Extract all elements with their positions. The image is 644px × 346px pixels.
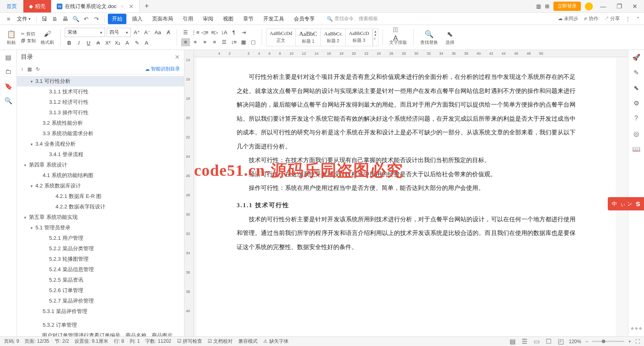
tab-reference[interactable]: 引用 — [179, 14, 197, 24]
tree-item[interactable]: 3.4.1 登录流程 — [17, 149, 184, 160]
tree-item[interactable]: 5.3.2 订单管理 — [17, 320, 184, 330]
file-menu[interactable]: 文件▾ — [14, 15, 33, 23]
tree-caret-icon[interactable]: ▾ — [29, 184, 34, 188]
outline-expand-icon[interactable]: ↕ — [21, 66, 23, 72]
help-icon[interactable]: ? — [632, 114, 640, 122]
command-search[interactable]: 🔍查找命令、搜索模板 — [327, 15, 378, 22]
borders-icon[interactable]: ▢ — [249, 38, 258, 46]
status-proof[interactable]: ☑ 文档校对 — [208, 338, 233, 345]
tree-item[interactable]: 5.3.1 菜品评价管理 — [17, 306, 184, 317]
copy-button[interactable]: 🗐 复制 — [21, 38, 36, 44]
undo-icon[interactable]: ↶ — [82, 14, 91, 23]
layout-icon[interactable]: ▥ — [536, 3, 541, 9]
status-missing-font[interactable]: ⚠ 缺失字体 — [263, 338, 288, 345]
print-icon[interactable]: 🖶 — [61, 14, 70, 23]
increase-font-icon[interactable]: A⁺ — [132, 29, 141, 37]
style-gallery[interactable]: AaBbCcDd正文 AaBbC标题 1 AaBbCc标题 2 AaBbCcD标… — [266, 29, 378, 46]
tree-item[interactable]: 5.2.4 菜品信息管理 — [17, 264, 184, 275]
strike-button[interactable]: A — [94, 39, 103, 47]
tree-item[interactable]: 5.2.3 轮播图管理 — [17, 254, 184, 264]
tree-item[interactable]: 3.1.1 技术可行性 — [17, 86, 184, 97]
tree-item[interactable]: 5.2.7 菜品评价管理 — [17, 296, 184, 306]
sort-icon[interactable]: ↕A — [220, 29, 229, 37]
tree-item[interactable]: 3.1.2 经济可行性 — [17, 97, 184, 107]
outline-refresh-icon[interactable]: ↻ — [36, 66, 40, 72]
subscript-button[interactable]: X₂ — [113, 39, 122, 47]
clipboard-icon[interactable]: 📋 — [6, 29, 16, 39]
settings-icon[interactable]: ⚙ — [632, 99, 640, 107]
page-content[interactable]: 可行性分析主要是针对这个项目开发是否有意义和价值观来进行的全面分析，在分析的过程… — [196, 58, 616, 336]
view-read-icon[interactable]: ☐ — [545, 338, 553, 346]
highlight-button[interactable]: ✎ — [132, 39, 141, 47]
tree-item[interactable]: 5.2.5 菜品资讯 — [17, 275, 184, 285]
tab-member[interactable]: 会员专享 — [290, 14, 319, 24]
bold-button[interactable]: B — [65, 39, 74, 47]
tab-dockapp[interactable]: ◆稻壳 — [23, 0, 51, 12]
tab-close-icon[interactable]: ✕ — [129, 3, 134, 10]
close-button[interactable]: ✕ — [629, 3, 641, 10]
tree-item[interactable]: 4.1 系统的功能结构图 — [17, 170, 184, 181]
superscript-button[interactable]: X² — [103, 39, 112, 47]
horizontal-ruler[interactable]: 4224681012141618202224262830323436384042… — [194, 50, 628, 57]
collab-button[interactable]: ይ 协作 — [584, 15, 598, 22]
decrease-font-icon[interactable]: A⁻ — [143, 29, 152, 37]
style-normal[interactable]: AaBbCcDd正文 — [266, 29, 296, 46]
view-outline-icon[interactable]: ☰ — [520, 338, 528, 346]
view-web-icon[interactable]: ▭ — [533, 338, 541, 346]
font-family-select[interactable]: 宋体▾ — [65, 28, 105, 37]
save-as-icon[interactable]: 🗎 — [50, 14, 59, 23]
format-painter[interactable]: 🖌 格式刷 — [38, 29, 56, 45]
book-icon[interactable]: 📖 — [632, 145, 640, 153]
tab-devtools[interactable]: 开发工具 — [259, 14, 288, 24]
maximize-button[interactable]: ❐ — [613, 3, 625, 10]
tab-insert[interactable]: 插入 — [128, 14, 147, 24]
distribute-icon[interactable]: ☰ — [220, 38, 229, 46]
style-h3[interactable]: AaBbCcD标题 3 — [346, 29, 373, 46]
tree-item[interactable]: 3.3 系统功能需求分析 — [17, 128, 184, 139]
tree-caret-icon[interactable]: ▾ — [29, 142, 34, 146]
style-h1[interactable]: AaBbC标题 1 — [296, 29, 321, 46]
underline-button[interactable]: U — [84, 39, 93, 47]
tab-pagelayout[interactable]: 页面布局 — [148, 14, 177, 24]
rocket-icon[interactable]: 🚀 — [632, 53, 640, 61]
bullet-list-icon[interactable]: ☰ — [181, 29, 190, 37]
status-spell[interactable]: ☑ 拼写检查 — [177, 338, 202, 345]
find-replace-button[interactable]: 🔍查找替换 — [418, 29, 440, 45]
tab-popout-icon[interactable]: ▫ — [122, 3, 124, 9]
tree-item[interactable]: 4.2.1 数据库 E-R 图 — [17, 191, 184, 202]
text-layout-button[interactable]: 文̲A文字排版 — [387, 29, 409, 45]
tab-view[interactable]: 视图 — [219, 14, 237, 24]
font-color-button[interactable]: A — [123, 39, 132, 47]
tree-item[interactable]: ▾3.4 业务流程分析 — [17, 139, 184, 149]
print-preview-icon[interactable]: 🔍 — [71, 14, 80, 23]
view-focus-icon[interactable]: ◰ — [557, 338, 565, 346]
clear-format-icon[interactable]: A̸ — [164, 29, 173, 37]
tab-start[interactable]: 开始 — [108, 14, 126, 24]
status-row[interactable]: 行: 8 — [114, 338, 124, 345]
shading-icon[interactable]: ▦ — [239, 38, 248, 46]
italic-button[interactable]: I — [74, 39, 83, 47]
status-compat[interactable]: 兼容模式 — [238, 338, 258, 345]
zoom-value[interactable]: 120% — [569, 339, 581, 344]
outline-tree[interactable]: ▾3.1 可行性分析3.1.1 技术可行性3.1.2 经济可行性3.1.3 操作… — [17, 74, 184, 336]
outline-icon[interactable]: ▤ — [4, 53, 12, 61]
tab-home[interactable]: 首页 — [0, 0, 23, 12]
zoom-in-button[interactable]: + — [628, 339, 631, 344]
cut-button[interactable]: ✂ 剪切 — [21, 31, 36, 37]
tab-review[interactable]: 审阅 — [199, 14, 217, 24]
align-left-icon[interactable]: ≡ — [181, 38, 190, 46]
status-col[interactable]: 列: 1 — [130, 338, 140, 345]
ime-indicator[interactable]: 中 ぃ ン ട — [608, 197, 644, 210]
tree-item[interactable]: 5.2.6 订单管理 — [17, 285, 184, 296]
tree-item[interactable]: 3.1.3 操作可行性 — [17, 107, 184, 118]
tree-item[interactable]: 5.2.2 菜品分类管理 — [17, 243, 184, 254]
align-right-icon[interactable]: ≡ — [200, 38, 209, 46]
avatar[interactable] — [585, 2, 593, 10]
new-tab-button[interactable]: + — [140, 2, 154, 10]
pointer-icon[interactable]: ⬉ — [632, 84, 640, 92]
tree-item[interactable]: 4.2.2 数据表字段设计 — [17, 202, 184, 212]
status-setval[interactable]: 设置值: 9.1厘米 — [74, 338, 108, 345]
font-bg-button[interactable]: A — [142, 39, 151, 47]
save-icon[interactable]: 🖫 — [40, 14, 49, 23]
hamburger-icon[interactable]: ≡ — [4, 14, 13, 23]
